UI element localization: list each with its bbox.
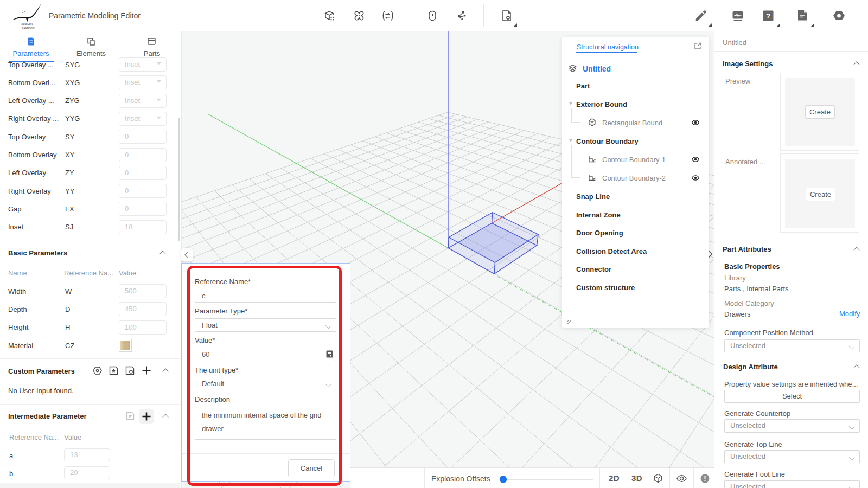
svg-text:?: ? [766,12,770,20]
svg-text:Cabinets: Cabinets [22,25,35,29]
svg-text:SeaGull: SeaGull [22,22,33,25]
